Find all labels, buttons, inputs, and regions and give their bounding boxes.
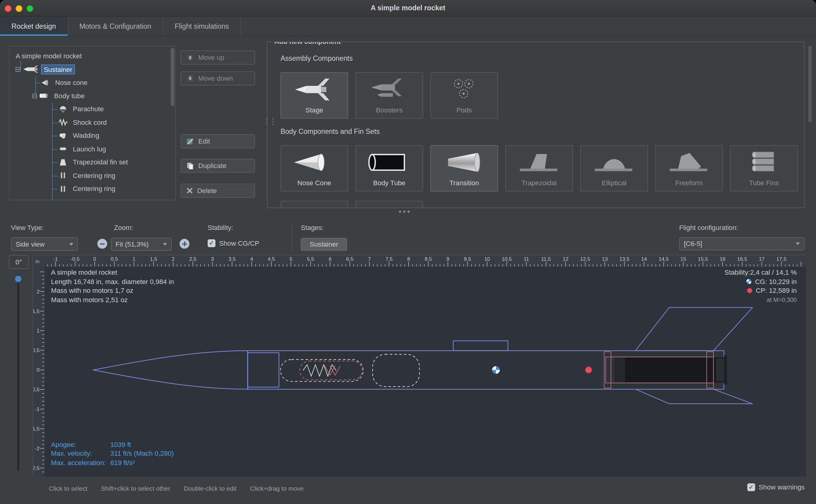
plus-icon xyxy=(182,241,187,246)
tree-connector xyxy=(53,109,58,110)
tree-item-inner-tube[interactable]: Inner Tube xyxy=(9,195,175,200)
close-button[interactable] xyxy=(5,5,11,11)
tree-scrollbar[interactable] xyxy=(171,48,174,106)
motor-body[interactable] xyxy=(615,357,724,383)
svg-text:9: 9 xyxy=(446,256,449,262)
svg-text:3,5: 3,5 xyxy=(228,256,236,262)
component-tile-label: Stage xyxy=(306,106,323,114)
move-up-button[interactable]: Move up xyxy=(181,50,255,64)
svg-text:12,5: 12,5 xyxy=(580,256,590,262)
svg-text:1: 1 xyxy=(132,256,135,262)
rotation-slider-track[interactable] xyxy=(17,274,19,471)
svg-text:12: 12 xyxy=(563,256,568,262)
rotation-slider-thumb[interactable] xyxy=(15,275,22,283)
component-tile-nose-cone[interactable]: Nose Cone xyxy=(280,145,348,191)
tree-item-label: Nose cone xyxy=(53,78,90,87)
component-tree: A simple model rocketSustainerNose coneB… xyxy=(9,46,175,200)
splitter-handle-horizontal[interactable]: ••• xyxy=(399,207,412,216)
component-tile-elliptical[interactable]: Elliptical xyxy=(580,145,648,191)
section-heading-assembly: Assembly Components xyxy=(280,55,353,63)
parachute-icon xyxy=(58,105,68,114)
stability-text: Stability:2,4 cal / 14,1 % xyxy=(724,268,797,277)
tree-item-label: A simple model rocket xyxy=(14,52,84,60)
svg-text:14,5: 14,5 xyxy=(659,256,669,262)
flight-config-select[interactable]: [C6-5] xyxy=(679,237,805,250)
tree-connector xyxy=(53,149,58,150)
tree-item-sustainer[interactable]: Sustainer xyxy=(9,63,175,76)
expand-handle[interactable] xyxy=(16,67,20,72)
show-cg-cp-checkbox[interactable]: ✓ xyxy=(208,239,215,247)
tab-flight-simulations[interactable]: Flight simulations xyxy=(163,17,241,36)
svg-text:15: 15 xyxy=(680,256,686,262)
add-component-panel: Add new component Assembly Components St… xyxy=(267,42,805,208)
svg-text:7: 7 xyxy=(368,256,371,262)
tree-item-centering-ring[interactable]: Centering ring xyxy=(9,182,175,195)
panel-scrollbar[interactable] xyxy=(808,46,812,122)
svg-text:5,5: 5,5 xyxy=(307,256,314,262)
zoom-select[interactable]: Fit (51,3%) xyxy=(111,238,172,251)
svg-text:0: 0 xyxy=(37,367,40,373)
svg-text:8,5: 8,5 xyxy=(425,256,432,262)
move-down-button[interactable]: Move down xyxy=(181,71,255,85)
tree-item-label: Inner Tube xyxy=(70,198,106,200)
horizontal-ruler xyxy=(33,255,806,267)
tab-rocket-design[interactable]: Rocket design xyxy=(0,17,68,36)
tree-connector xyxy=(53,136,58,136)
tab-motors-configuration[interactable]: Motors & Configuration xyxy=(68,17,163,36)
expand-handle[interactable] xyxy=(50,200,54,200)
svg-text:9,5: 9,5 xyxy=(464,256,471,262)
component-tile-transition[interactable]: Transition xyxy=(430,145,498,191)
wadding-icon xyxy=(58,131,68,140)
tree-item-shock-cord[interactable]: Shock cord xyxy=(9,116,175,129)
component-tile-label: Nose Cone xyxy=(297,179,331,187)
tree-item-centering-ring[interactable]: Centering ring xyxy=(9,169,175,182)
tree-item-body-tube[interactable]: Body tube xyxy=(9,89,175,102)
tree-item-trapezoidal-fin-set[interactable]: Trapezoidal fin set xyxy=(9,156,175,169)
expand-handle[interactable] xyxy=(32,94,37,98)
view-toolbar: View Type: Side view Zoom: Fit (51,3%) S… xyxy=(0,218,816,255)
component-tile-clipped[interactable] xyxy=(280,201,348,208)
edit-pencil-icon xyxy=(186,137,194,145)
component-tile-tube-fins[interactable]: Tube Fins xyxy=(730,145,798,191)
component-tile-boosters[interactable]: Boosters xyxy=(355,72,423,118)
component-tile-freeform[interactable]: Freeform xyxy=(655,145,723,191)
edit-button[interactable]: Edit xyxy=(181,134,255,148)
duplicate-button[interactable]: Duplicate xyxy=(181,159,255,173)
view-type-select[interactable]: Side view xyxy=(11,237,78,251)
show-warnings-checkbox[interactable]: ✓ xyxy=(747,483,755,491)
svg-text:1: 1 xyxy=(37,328,40,334)
component-tile-body-tube[interactable]: Body Tube xyxy=(355,145,423,191)
svg-text:8: 8 xyxy=(407,256,410,262)
bodytube-icon xyxy=(40,91,49,101)
view-type-label: View Type: xyxy=(11,224,44,231)
zoom-button[interactable] xyxy=(27,5,33,11)
centeringring-icon xyxy=(58,184,68,193)
tree-item-launch-lug[interactable]: Launch lug xyxy=(9,142,175,156)
svg-text:10,5: 10,5 xyxy=(502,256,512,262)
pods-component-icon xyxy=(441,73,487,106)
component-tile-pods[interactable]: Pods xyxy=(430,72,498,118)
tree-item-nose-cone[interactable]: Nose cone xyxy=(9,76,175,89)
ruler-unit-label: in xyxy=(35,259,39,264)
tree-item-parachute[interactable]: Parachute xyxy=(9,102,175,116)
stage-toggle-sustainer[interactable]: Sustainer xyxy=(301,238,347,251)
component-tile-label: Pods xyxy=(456,106,472,114)
delete-button[interactable]: Delete xyxy=(181,184,255,198)
minus-icon xyxy=(100,243,105,244)
svg-text:6,5: 6,5 xyxy=(346,256,353,262)
minimize-button[interactable] xyxy=(16,5,22,11)
zoom-out-button[interactable] xyxy=(97,239,107,249)
chevron-down-icon xyxy=(69,243,73,245)
rocket-view[interactable]: -1-0,500,511,522,533,544,555,566,577,588… xyxy=(33,255,805,476)
bodytube-component-icon xyxy=(366,146,413,179)
shockcord-icon xyxy=(58,118,68,127)
zoom-in-button[interactable] xyxy=(180,239,189,249)
component-tile-clipped[interactable] xyxy=(355,201,423,208)
component-tile-trapezoidal[interactable]: Trapezoidal xyxy=(505,145,573,191)
svg-text:14: 14 xyxy=(641,256,647,262)
svg-text:-1: -1 xyxy=(35,406,40,412)
tree-item-wadding[interactable]: Wadding xyxy=(9,129,175,142)
component-tile-stage[interactable]: Stage xyxy=(280,72,348,118)
tree-item-a-simple-model-rocket[interactable]: A simple model rocket xyxy=(9,50,175,63)
svg-text:13,5: 13,5 xyxy=(619,256,629,262)
